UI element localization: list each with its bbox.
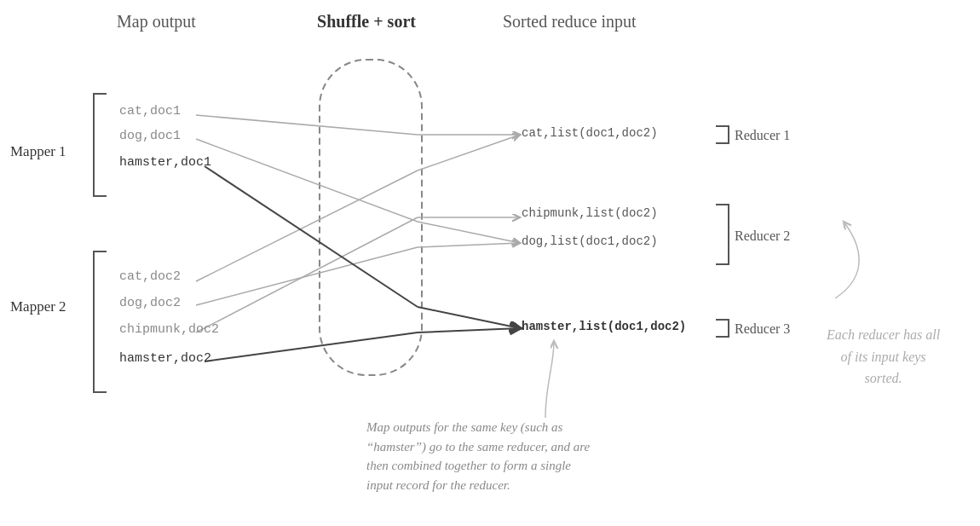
mapper1-item-3: hamster,doc1: [119, 155, 211, 170]
annotation-right-line2: of its input keys: [827, 346, 940, 368]
reducer2-label: Reducer 2: [735, 228, 790, 244]
svg-line-1: [196, 115, 418, 135]
shuffle-sort-heading: Shuffle + sort: [281, 12, 452, 32]
reducer1-output: cat,list(doc1,doc2): [522, 126, 658, 140]
mapper1-label: Mapper 1: [10, 143, 66, 160]
reducer2-output-2: dog,list(doc1,doc2): [522, 234, 658, 248]
annotation-right-line1: Each reducer has all: [827, 324, 940, 346]
mapper2-item-3: chipmunk,doc2: [119, 322, 219, 337]
annotation-line3: then combined together to form a single: [366, 456, 590, 476]
reducer3-output: hamster,list(doc1,doc2): [522, 320, 686, 333]
svg-rect-0: [320, 60, 422, 375]
annotation-line1: Map outputs for the same key (such as: [366, 418, 590, 437]
diagram-container: Map output Shuffle + sort Sorted reduce …: [0, 0, 980, 526]
svg-line-3: [196, 171, 418, 281]
reducer1-label: Reducer 1: [735, 128, 790, 143]
mapper2-item-4: hamster,doc2: [119, 351, 211, 366]
svg-line-13: [205, 332, 418, 361]
svg-line-4: [418, 135, 520, 171]
svg-line-8: [418, 243, 520, 247]
mapper2-label: Mapper 2: [10, 298, 66, 315]
svg-line-5: [196, 139, 418, 222]
annotation-right-line3: sorted.: [827, 367, 940, 390]
mapper2-item-2: dog,doc2: [119, 296, 181, 310]
annotation-right: Each reducer has all of its input keys s…: [827, 324, 940, 390]
mapper1-item-1: cat,doc1: [119, 104, 181, 118]
annotation-bottom: Map outputs for the same key (such as “h…: [366, 418, 590, 494]
map-output-heading: Map output: [117, 12, 196, 32]
sorted-reduce-heading: Sorted reduce input: [503, 12, 637, 32]
mapper1-item-2: dog,doc1: [119, 129, 181, 143]
annotation-line2: “hamster”) go to the same reducer, and a…: [366, 437, 590, 457]
svg-line-14: [418, 328, 520, 332]
reducer2-output-1: chipmunk,list(doc2): [522, 206, 658, 220]
svg-line-9: [196, 217, 418, 332]
svg-line-12: [418, 307, 520, 328]
svg-line-11: [205, 166, 418, 307]
reducer3-label: Reducer 3: [735, 321, 790, 337]
mapper2-item-1: cat,doc2: [119, 269, 181, 284]
annotation-line4: input record for the reducer.: [366, 476, 590, 495]
svg-line-6: [418, 222, 520, 243]
svg-line-7: [196, 247, 418, 305]
